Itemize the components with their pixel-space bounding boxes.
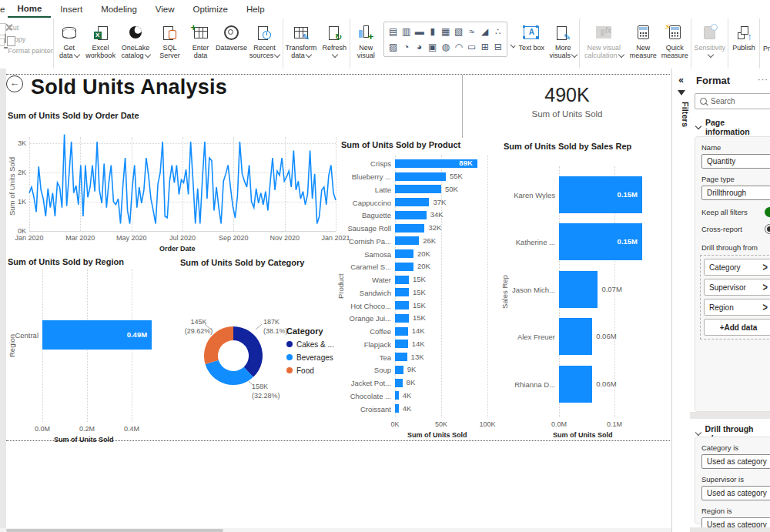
stacked-bar-chart-icon[interactable]: ▤ xyxy=(389,26,397,37)
quick-measure-button[interactable]: ⚡Quick measure xyxy=(658,22,691,60)
ribbon-chart-icon[interactable]: ▦ xyxy=(441,26,450,37)
bar[interactable] xyxy=(395,391,399,400)
donut-slice-beverages[interactable] xyxy=(206,360,253,385)
recent-sources-button[interactable]: Recent sources xyxy=(247,22,283,60)
bar-chart-region[interactable]: Sum of Units Sold by Region 0.0M0.2M0.4M… xyxy=(6,253,180,448)
scatter-chart-icon[interactable]: ∴ xyxy=(495,26,501,37)
text-box-button[interactable]: AText box xyxy=(516,22,547,52)
legend-item[interactable]: Beverages xyxy=(286,353,334,362)
bar[interactable] xyxy=(395,211,427,219)
format-painter-button[interactable]: Format painter xyxy=(5,46,53,55)
treemap-icon[interactable]: ▣ xyxy=(428,42,437,52)
map-icon[interactable]: ◍ xyxy=(441,42,449,52)
new-measure-button[interactable]: New measure xyxy=(628,22,658,60)
back-button[interactable]: ← xyxy=(6,75,23,92)
get-data-button[interactable]: Get data xyxy=(54,22,85,60)
enter-data-button[interactable]: +Enter data xyxy=(186,22,216,60)
section-page-information[interactable]: Page information xyxy=(696,118,770,136)
bar[interactable] xyxy=(395,366,403,374)
bar[interactable] xyxy=(395,276,409,284)
bar-category-label: Croissant xyxy=(340,405,391,413)
condition-value-select[interactable]: Used as category xyxy=(701,454,770,469)
condition-value-select[interactable]: Used as category xyxy=(701,486,770,500)
ribbon-tab-help[interactable]: Help xyxy=(237,2,274,17)
matrix-icon[interactable]: ⊟ xyxy=(494,42,502,52)
stacked-column-chart-icon[interactable]: ▬ xyxy=(415,26,424,37)
page-type-select[interactable]: Drillthrough xyxy=(701,186,770,200)
cross-report-toggle[interactable] xyxy=(765,224,770,234)
format-search-input[interactable]: Search xyxy=(695,93,770,109)
area-chart-icon[interactable]: ◢ xyxy=(481,26,488,37)
legend-item[interactable]: Cakes & ... xyxy=(286,340,334,349)
drill-field-region[interactable]: Region> xyxy=(704,299,770,316)
bar-chart-product[interactable]: Sum of Units Sold by Product 0K50K100KSu… xyxy=(336,137,498,445)
funnel-chart-icon[interactable]: ▨ xyxy=(389,42,397,52)
legend-item[interactable]: Food xyxy=(286,366,334,375)
transform-data-button[interactable]: ✎Transform data xyxy=(283,22,320,60)
name-input[interactable]: Quantity xyxy=(701,154,770,169)
filters-pane-title[interactable]: Filters xyxy=(672,102,690,127)
bar[interactable] xyxy=(395,263,413,271)
cut-button[interactable]: Cut xyxy=(5,23,53,32)
gallery-expand-icon[interactable] xyxy=(511,42,516,48)
dataverse-button[interactable]: Dataverse xyxy=(216,22,247,52)
line-chart-order-date[interactable]: Sum of Units Sold by Order Date 0K1K2K3K… xyxy=(6,106,337,254)
new-visual-button[interactable]: +New visual xyxy=(350,22,381,60)
horizontal-scrollbar-thumb[interactable] xyxy=(6,529,223,532)
ribbon-tab-insert[interactable]: Insert xyxy=(51,2,92,17)
bar-chart-sales-rep[interactable]: Sum of Units Sold by Sales Rep 0.0M0.1MS… xyxy=(499,137,668,445)
new-visual-calculation-button[interactable]: fxNew visual calculation xyxy=(580,22,628,60)
ribbon-tab-optimize[interactable]: Optimize xyxy=(184,2,237,17)
sensitivity-button[interactable]: Sensitivity xyxy=(691,22,728,60)
drill-field-category[interactable]: Category> xyxy=(704,259,770,276)
waterfall-chart-icon[interactable]: ▧ xyxy=(454,26,463,37)
bar[interactable] xyxy=(395,249,413,258)
drill-field-supervisor[interactable]: Supervisor> xyxy=(704,279,770,296)
add-data-button[interactable]: +Add data xyxy=(704,319,770,336)
ribbon-tab-modeling[interactable]: Modeling xyxy=(92,2,146,17)
ribbon-tab-view[interactable]: View xyxy=(146,2,184,17)
sql-server-button[interactable]: SQL Server xyxy=(155,22,186,60)
donut-chart-icon[interactable]: ◕ xyxy=(417,42,422,52)
bar[interactable] xyxy=(395,327,408,336)
new-measure-icon xyxy=(638,25,649,39)
line-chart-icon[interactable]: ≈ xyxy=(469,26,474,37)
gauge-icon[interactable]: ◠ xyxy=(454,42,462,52)
pie-chart-icon[interactable]: ◔ xyxy=(403,42,409,52)
keep-all-filters-toggle[interactable] xyxy=(765,207,770,217)
bar[interactable] xyxy=(395,301,409,309)
bar[interactable] xyxy=(395,224,424,233)
publish-button[interactable]: ↑Publish xyxy=(728,22,759,52)
bar[interactable] xyxy=(395,185,441,193)
bar[interactable] xyxy=(395,379,403,387)
bar[interactable] xyxy=(395,172,446,181)
bar[interactable] xyxy=(395,236,419,245)
card-visual-icon[interactable]: ▭ xyxy=(467,42,476,52)
more-options-icon[interactable]: ··· xyxy=(758,75,768,84)
bar-value-label: 0.07M xyxy=(601,285,621,293)
bar[interactable] xyxy=(395,198,429,206)
excel-workbook-button[interactable]: XExcel workbook xyxy=(85,22,117,60)
bar[interactable] xyxy=(395,314,409,323)
donut-chart-category[interactable]: Sum of Units Sold by Category 187K(38.1%… xyxy=(176,253,340,447)
card-visual[interactable]: 490K Sum of Units Sold xyxy=(462,75,671,138)
bar[interactable] xyxy=(395,340,408,348)
bar[interactable] xyxy=(395,353,407,361)
onelake-catalog-button[interactable]: OneLake catalog xyxy=(116,22,154,60)
clustered-bar-chart-icon[interactable]: ▥ xyxy=(402,26,410,37)
bar-value-label: 26K xyxy=(423,236,436,245)
bar[interactable] xyxy=(559,366,592,403)
bar[interactable] xyxy=(559,271,598,308)
donut-slice-cakes[interactable] xyxy=(233,326,263,377)
bar[interactable] xyxy=(395,288,409,296)
copy-button[interactable]: Copy xyxy=(5,35,53,44)
expand-filters-icon[interactable]: « xyxy=(677,75,686,85)
bar[interactable] xyxy=(559,318,592,355)
bar[interactable] xyxy=(395,404,399,413)
more-visuals-button[interactable]: ✎More visuals xyxy=(547,22,579,60)
ribbon-tab-home[interactable]: Home xyxy=(8,1,51,18)
ribbon-tab-e[interactable]: e xyxy=(0,2,8,17)
clustered-column-chart-icon[interactable]: ▮ xyxy=(430,26,435,37)
table-icon[interactable]: ⊞ xyxy=(481,42,489,52)
refresh-button[interactable]: ↻Refresh xyxy=(319,22,350,60)
